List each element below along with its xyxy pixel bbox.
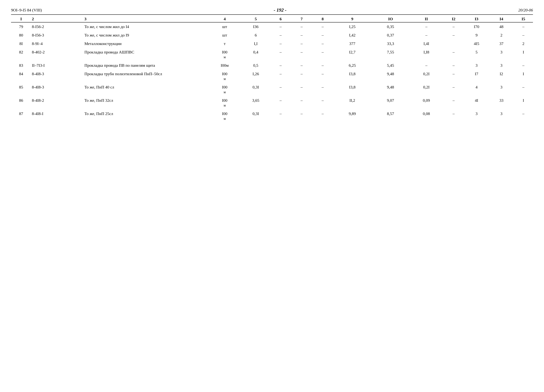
- row-desc: Прокладка трубн полиэтиленовой ПнП–50сл: [84, 70, 208, 83]
- page-header: 9OI–9-I5 84 (VIII) - 192 - 20/20-06: [11, 7, 533, 13]
- row-col15: –: [514, 31, 533, 39]
- col-header-7: 7: [291, 16, 312, 22]
- row-col8: –: [312, 31, 333, 39]
- row-col6: –: [270, 83, 291, 96]
- row-col5: 0,3I: [241, 83, 270, 96]
- col-header-4: 4: [208, 16, 242, 22]
- col-header-5: 5: [241, 16, 270, 22]
- row-col8: –: [312, 96, 333, 109]
- row-col9: 377: [333, 39, 372, 48]
- col-header-10: IO: [371, 16, 410, 22]
- row-col8: –: [312, 109, 333, 123]
- col-header-2: 2: [31, 16, 84, 22]
- row-id: 86: [11, 96, 31, 109]
- row-col5: 6: [241, 31, 270, 39]
- row-code: 8-I56-3: [31, 31, 84, 39]
- row-col13: 4: [464, 83, 489, 96]
- row-col15: I: [514, 70, 533, 83]
- row-col10: 9,48: [371, 83, 410, 96]
- row-col6: –: [270, 39, 291, 48]
- row-col11: 0,09: [410, 96, 443, 109]
- table-row: 84 8-4I8-3 Прокладка трубн полиэтиленово…: [11, 70, 533, 83]
- row-id: 83: [11, 61, 31, 70]
- table-row: 86 8-4I8-2 То же, ПнП 32сл I00м 3,65 – –…: [11, 96, 533, 109]
- row-col14: 37: [489, 39, 514, 48]
- row-col9: I3,8: [333, 70, 372, 83]
- row-col12: –: [443, 31, 464, 39]
- row-col8: –: [312, 48, 333, 61]
- row-col5: 0,3I: [241, 109, 270, 123]
- row-col7: –: [291, 70, 312, 83]
- row-col15: –: [514, 83, 533, 96]
- row-id: 80: [11, 31, 31, 39]
- row-col6: –: [270, 109, 291, 123]
- row-unit: I00м: [208, 48, 242, 61]
- row-col13: I7: [464, 70, 489, 83]
- row-id: 8I: [11, 39, 31, 48]
- row-col7: –: [291, 48, 312, 61]
- row-col15: 2: [514, 39, 533, 48]
- col-header-13: I3: [464, 16, 489, 22]
- col-header-15: I5: [514, 16, 533, 22]
- row-id: 85: [11, 83, 31, 96]
- row-col8: –: [312, 39, 333, 48]
- row-unit: I00м: [208, 109, 242, 123]
- col-header-3: 3: [84, 16, 208, 22]
- row-col7: –: [291, 39, 312, 48]
- row-col13: 9: [464, 31, 489, 39]
- row-unit: I00м: [208, 83, 242, 96]
- row-col6: –: [270, 22, 291, 31]
- row-col8: –: [312, 70, 333, 83]
- row-col14: 3: [489, 109, 514, 123]
- row-desc: Прокладка провода АШПВС: [84, 48, 208, 61]
- row-col10: 0,37: [371, 31, 410, 39]
- row-col11: 0,2I: [410, 70, 443, 83]
- row-col15: –: [514, 22, 533, 31]
- table-row: 79 8-I56-2 То же, с числом жил до I4 шт …: [11, 22, 533, 31]
- row-col14: 33: [489, 96, 514, 109]
- header-left: 9OI–9-I5 84 (VIII): [11, 8, 42, 12]
- row-code: 8-402-2: [31, 48, 84, 61]
- row-unit: т: [208, 39, 242, 48]
- row-col10: 9,07: [371, 96, 410, 109]
- row-col6: –: [270, 48, 291, 61]
- row-col11: –: [410, 31, 443, 39]
- row-col12: –: [443, 22, 464, 31]
- row-col10: 0,35: [371, 22, 410, 31]
- row-col12: –: [443, 109, 464, 123]
- row-col12: –: [443, 48, 464, 61]
- row-unit: I00м: [208, 61, 242, 70]
- row-col11: –: [410, 22, 443, 31]
- row-col6: –: [270, 96, 291, 109]
- row-col9: II,2: [333, 96, 372, 109]
- row-col7: –: [291, 22, 312, 31]
- row-col6: –: [270, 61, 291, 70]
- main-table: I 2 3 4 5 6 7 8 9 IO II I2 I3 I4 I5 79 8…: [11, 16, 533, 123]
- row-desc: То же, ПнП 32сл: [84, 96, 208, 109]
- row-col9: I,42: [333, 31, 372, 39]
- row-desc: Прокладка провода ПВ по панелям щита: [84, 61, 208, 70]
- table-row: 80 8-I56-3 То же, с числом жил до I9 шт …: [11, 31, 533, 39]
- row-col5: 0,5: [241, 61, 270, 70]
- row-col5: I36: [241, 22, 270, 31]
- row-col13: 4I: [464, 96, 489, 109]
- row-col10: 33,3: [371, 39, 410, 48]
- row-col11: 0,2I: [410, 83, 443, 96]
- row-col7: –: [291, 61, 312, 70]
- row-id: 82: [11, 48, 31, 61]
- col-header-11: II: [410, 16, 443, 22]
- row-col9: 6,25: [333, 61, 372, 70]
- row-col10: 5,45: [371, 61, 410, 70]
- row-col14: 3: [489, 61, 514, 70]
- row-col10: 8,57: [371, 109, 410, 123]
- row-desc: Металлоконструкции: [84, 39, 208, 48]
- row-col8: –: [312, 83, 333, 96]
- col-header-1: I: [11, 16, 31, 22]
- table-body: 79 8-I56-2 То же, с числом жил до I4 шт …: [11, 22, 533, 123]
- table-row: 87 8-4I8-I То же, ПнП 25сл I00м 0,3I – –…: [11, 109, 533, 123]
- row-col8: –: [312, 22, 333, 31]
- row-col8: –: [312, 61, 333, 70]
- row-col15: –: [514, 61, 533, 70]
- row-col13: 5: [464, 48, 489, 61]
- row-col12: –: [443, 83, 464, 96]
